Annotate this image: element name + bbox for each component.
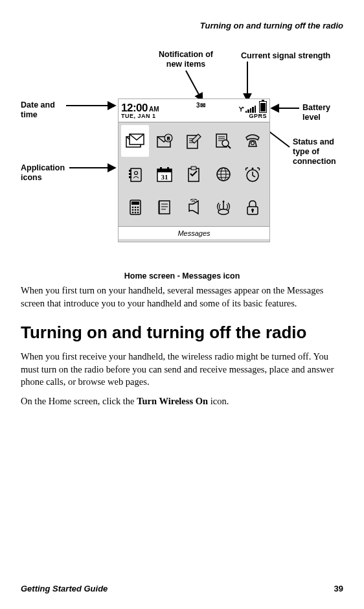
clock-time: 12:00 bbox=[121, 102, 148, 114]
svg-rect-44 bbox=[131, 201, 139, 205]
memopad-app-icon bbox=[150, 192, 178, 224]
svg-rect-63 bbox=[252, 210, 253, 213]
svg-point-48 bbox=[131, 209, 133, 211]
svg-rect-28 bbox=[157, 169, 172, 172]
svg-point-60 bbox=[218, 209, 229, 214]
search-app-icon bbox=[209, 125, 237, 157]
phone-app-icon bbox=[239, 125, 267, 157]
svg-point-42 bbox=[252, 167, 254, 169]
svg-rect-24 bbox=[129, 173, 131, 175]
svg-line-21 bbox=[228, 146, 231, 148]
svg-rect-29 bbox=[160, 167, 162, 170]
wireless-app-icon bbox=[209, 192, 237, 224]
svg-rect-33 bbox=[191, 167, 196, 170]
clock-ampm: AM bbox=[149, 106, 159, 113]
keyboard-lock-app-icon bbox=[239, 192, 267, 224]
messages-app-icon bbox=[121, 125, 149, 157]
clock-date: TUE, JAN 1 bbox=[121, 113, 159, 119]
footer-guide-name: Getting Started Guide bbox=[21, 584, 108, 593]
device-footer-label: Messages bbox=[119, 226, 269, 239]
callout-datetime: Date andtime bbox=[21, 100, 73, 120]
battery-icon bbox=[259, 101, 267, 113]
svg-point-51 bbox=[131, 212, 133, 214]
calendar-app-icon: 31 bbox=[150, 158, 178, 190]
svg-rect-25 bbox=[129, 176, 131, 178]
svg-point-46 bbox=[134, 207, 136, 209]
body-paragraph-1: When you first receive your handheld, th… bbox=[21, 350, 343, 389]
svg-point-52 bbox=[134, 212, 136, 214]
browser-app-icon bbox=[209, 158, 237, 190]
calculator-app-icon bbox=[121, 192, 149, 224]
callout-status-connection: Status andtype ofconnection bbox=[293, 137, 345, 167]
running-header: Turning on and turning off the radio bbox=[21, 21, 343, 30]
svg-rect-23 bbox=[129, 170, 131, 172]
figure-caption: Home screen - Messages icon bbox=[21, 271, 343, 281]
svg-point-26 bbox=[134, 171, 137, 174]
body-paragraph-2: On the Home screen, click the Turn Wirel… bbox=[21, 395, 343, 408]
notification-count: 3✉ bbox=[196, 102, 205, 109]
app-icon-grid: 31 bbox=[119, 122, 269, 226]
svg-rect-54 bbox=[159, 201, 170, 214]
device-home-screen: 12:00AM TUE, JAN 1 3✉ Ƴ bbox=[118, 98, 270, 242]
alarm-app-icon bbox=[239, 158, 267, 190]
home-screen-diagram: Notification ofnew items Current signal … bbox=[21, 50, 343, 270]
device-status-bar: 12:00AM TUE, JAN 1 3✉ Ƴ bbox=[119, 99, 269, 122]
svg-text:31: 31 bbox=[161, 173, 168, 181]
svg-line-2 bbox=[186, 71, 202, 100]
svg-point-49 bbox=[134, 209, 136, 211]
svg-point-59 bbox=[222, 201, 224, 203]
svg-rect-30 bbox=[167, 167, 169, 170]
address-book-app-icon bbox=[121, 158, 149, 190]
envelope-icon: ✉ bbox=[200, 102, 205, 109]
signal-strength-icon: Ƴ bbox=[239, 101, 267, 113]
section-heading: Turning on and turning off the radio bbox=[21, 321, 343, 344]
saved-messages-app-icon bbox=[150, 125, 178, 157]
svg-point-53 bbox=[137, 212, 139, 214]
tasks-app-icon bbox=[180, 158, 208, 190]
callout-notification: Notification ofnew items bbox=[147, 50, 225, 69]
svg-point-22 bbox=[251, 141, 255, 144]
svg-point-47 bbox=[137, 207, 139, 209]
connection-label: GPRS bbox=[239, 113, 267, 119]
callout-signal: Current signal strength bbox=[241, 51, 330, 61]
svg-point-50 bbox=[137, 209, 139, 211]
svg-line-41 bbox=[253, 176, 255, 177]
callout-battery: Batterylevel bbox=[302, 103, 341, 122]
page-footer: Getting Started Guide 39 bbox=[21, 584, 343, 593]
svg-point-20 bbox=[222, 140, 229, 146]
callout-app-icons: Applicationicons bbox=[21, 163, 73, 183]
compose-app-icon bbox=[180, 125, 208, 157]
footer-page-number: 39 bbox=[334, 584, 343, 593]
intro-paragraph: When you first turn on your handheld, se… bbox=[21, 284, 343, 310]
profiles-app-icon bbox=[180, 192, 208, 224]
svg-point-45 bbox=[131, 207, 133, 209]
